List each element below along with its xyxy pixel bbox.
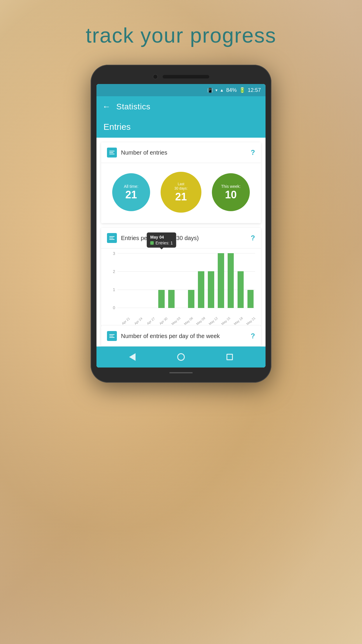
card-entries-chart: Entries per day (Last 30 days) ? 3 2: [101, 228, 261, 326]
bar-may18a: [206, 253, 215, 308]
phone-device: 📳 ▾ ▲ 84% 🔋 12:57 ← Statistics Entries: [91, 65, 271, 383]
weekday-help-btn[interactable]: ?: [251, 332, 255, 340]
chart-card-icon: [107, 233, 117, 243]
circles-container: All time: 21 Last30 days: 21 This week: …: [101, 163, 261, 223]
phone-speaker: [163, 75, 209, 78]
status-bar: 📳 ▾ ▲ 84% 🔋 12:57: [96, 84, 266, 96]
bar-may15: [196, 253, 205, 308]
last30-label: Last30 days:: [172, 182, 190, 191]
last30-value: 21: [175, 191, 187, 203]
entries-card-icon: [107, 148, 117, 158]
signal-icon: ▲: [220, 88, 224, 92]
back-button[interactable]: ←: [102, 102, 110, 111]
page-background-title: track your progress: [86, 23, 276, 47]
section-title: Entries: [103, 122, 131, 132]
battery-text: 84%: [226, 87, 237, 93]
entries-help-btn[interactable]: ?: [251, 148, 255, 157]
alltime-value: 21: [125, 189, 137, 201]
bottom-nav: [96, 346, 266, 368]
bar-may21b: [226, 253, 235, 308]
alltime-label: All time:: [122, 184, 141, 189]
nav-recents-button[interactable]: [223, 351, 236, 363]
bar-may21a: [216, 253, 225, 308]
bar-may12: [187, 253, 196, 308]
bar-apr24: [127, 253, 136, 308]
bar-apr21: [117, 253, 126, 308]
bar-may06: [167, 253, 176, 308]
section-header: Entries: [96, 117, 266, 138]
bar-tooltip: May 04 Entries: 1: [147, 232, 176, 248]
card-weekday: Number of entries per day of the week ?: [101, 326, 261, 346]
nav-home-button[interactable]: [175, 351, 187, 363]
battery-icon: 🔋: [239, 87, 245, 93]
app-bar-title: Statistics: [116, 102, 150, 111]
thisweek-label: This week:: [219, 184, 243, 189]
card-number-entries: Number of entries ? All time: 21 Last30 …: [101, 142, 261, 223]
weekday-card-icon: [107, 331, 117, 341]
thisweek-value: 10: [225, 189, 237, 201]
wifi-icon: ▾: [215, 88, 217, 92]
bar-extra1: [236, 253, 245, 308]
chart-bars-area: May 04 Entries: 1: [117, 253, 255, 308]
bar-may03: May 04 Entries: 1: [157, 253, 166, 308]
time-text: 12:57: [248, 87, 261, 93]
bar-extra2: [246, 253, 255, 308]
chart-x-labels: Apr 21 Apr 24 Apr 27 Apr 30 May 03 May 0…: [117, 317, 255, 323]
circle-thisweek: This week: 10: [212, 173, 250, 211]
weekday-card-title: Number of entries per day of the week: [121, 333, 251, 340]
card-header-weekday: Number of entries per day of the week ?: [101, 326, 261, 346]
bar-may09: [177, 253, 186, 308]
phone-bottom-bar: [96, 368, 266, 377]
bar-apr30: [147, 253, 156, 308]
phone-camera: [153, 74, 158, 79]
entries-card-title: Number of entries: [121, 149, 251, 156]
phone-screen: 📳 ▾ ▲ 84% 🔋 12:57 ← Statistics Entries: [96, 84, 266, 368]
nav-back-button[interactable]: [126, 351, 139, 363]
circle-last30: Last30 days: 21: [161, 172, 201, 213]
card-header-entries: Number of entries ?: [101, 142, 261, 163]
chart-help-btn[interactable]: ?: [251, 234, 255, 242]
vibrate-icon: 📳: [207, 88, 213, 93]
circle-alltime: All time: 21: [112, 173, 150, 211]
card-header-chart: Entries per day (Last 30 days) ?: [101, 228, 261, 249]
chart-card-title: Entries per day (Last 30 days): [121, 235, 251, 242]
status-icons: 📳 ▾ ▲ 84% 🔋 12:57: [207, 87, 261, 93]
app-bar: ← Statistics: [96, 96, 266, 117]
chart-container: 3 2 1 0: [101, 249, 261, 326]
bar-apr27: [137, 253, 146, 308]
phone-top-bar: [96, 71, 266, 84]
